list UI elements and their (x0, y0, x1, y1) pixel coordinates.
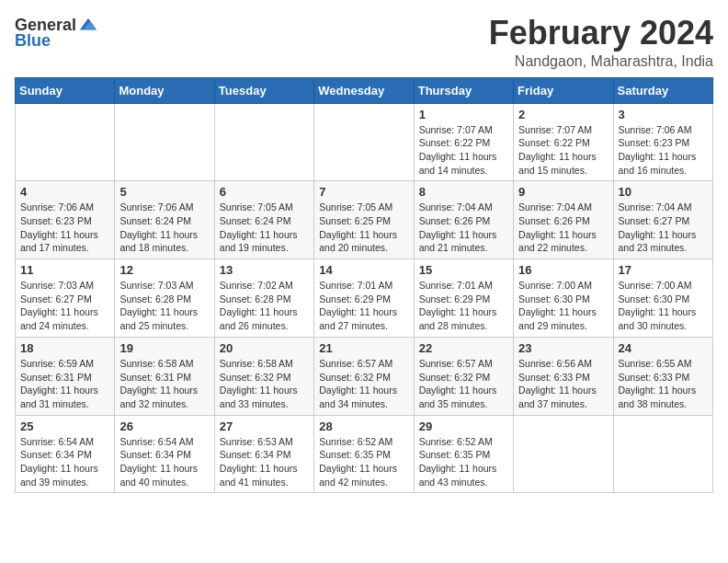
day-number: 27 (220, 419, 309, 433)
day-info: Sunrise: 7:02 AMSunset: 6:28 PMDaylight:… (220, 279, 309, 333)
calendar-cell: 26Sunrise: 6:54 AMSunset: 6:34 PMDayligh… (115, 415, 214, 493)
day-number: 16 (518, 263, 608, 277)
header: General Blue February 2024 Nandgaon, Mah… (15, 15, 713, 70)
calendar-cell: 20Sunrise: 6:58 AMSunset: 6:32 PMDayligh… (214, 337, 313, 415)
day-info: Sunrise: 7:04 AMSunset: 6:26 PMDaylight:… (518, 201, 608, 255)
calendar-cell: 13Sunrise: 7:02 AMSunset: 6:28 PMDayligh… (214, 259, 313, 338)
day-number: 7 (319, 185, 408, 199)
logo-blue: Blue (15, 31, 51, 51)
day-info: Sunrise: 7:05 AMSunset: 6:25 PMDaylight:… (319, 201, 408, 255)
day-info: Sunrise: 6:54 AMSunset: 6:34 PMDaylight:… (119, 435, 209, 489)
day-number: 8 (419, 185, 508, 199)
day-number: 6 (220, 185, 309, 199)
day-number: 12 (119, 263, 209, 277)
calendar-cell (314, 103, 414, 181)
day-info: Sunrise: 7:03 AMSunset: 6:27 PMDaylight:… (20, 279, 109, 333)
calendar-cell: 27Sunrise: 6:53 AMSunset: 6:34 PMDayligh… (214, 415, 313, 493)
day-number: 3 (619, 108, 708, 121)
calendar-cell: 24Sunrise: 6:55 AMSunset: 6:33 PMDayligh… (613, 337, 712, 415)
day-number: 5 (119, 185, 209, 199)
day-info: Sunrise: 6:52 AMSunset: 6:35 PMDaylight:… (319, 435, 408, 489)
week-row-0: 1Sunrise: 7:07 AMSunset: 6:22 PMDaylight… (16, 103, 713, 181)
logo: General Blue (15, 15, 98, 51)
calendar: SundayMondayTuesdayWednesdayThursdayFrid… (15, 77, 713, 494)
calendar-cell: 4Sunrise: 7:06 AMSunset: 6:23 PMDaylight… (16, 181, 115, 259)
day-info: Sunrise: 7:01 AMSunset: 6:29 PMDaylight:… (319, 279, 408, 333)
day-number: 25 (20, 419, 109, 433)
day-info: Sunrise: 6:55 AMSunset: 6:33 PMDaylight:… (619, 357, 708, 411)
calendar-cell: 19Sunrise: 6:58 AMSunset: 6:31 PMDayligh… (115, 337, 214, 415)
title-area: February 2024 Nandgaon, Maharashtra, Ind… (489, 15, 713, 70)
day-info: Sunrise: 7:06 AMSunset: 6:23 PMDaylight:… (20, 201, 109, 255)
calendar-cell: 18Sunrise: 6:59 AMSunset: 6:31 PMDayligh… (16, 337, 115, 415)
day-number: 17 (619, 263, 708, 277)
header-thursday: Thursday (414, 77, 513, 103)
month-year: February 2024 (489, 15, 713, 52)
day-number: 9 (518, 185, 608, 199)
calendar-cell: 29Sunrise: 6:52 AMSunset: 6:35 PMDayligh… (414, 415, 513, 493)
day-number: 24 (619, 341, 708, 355)
day-number: 15 (419, 263, 508, 277)
calendar-cell: 3Sunrise: 7:06 AMSunset: 6:23 PMDaylight… (613, 103, 712, 181)
day-number: 4 (20, 185, 109, 199)
day-info: Sunrise: 7:07 AMSunset: 6:22 PMDaylight:… (419, 123, 508, 178)
header-wednesday: Wednesday (314, 77, 414, 103)
day-info: Sunrise: 7:01 AMSunset: 6:29 PMDaylight:… (419, 279, 508, 333)
day-number: 1 (419, 108, 508, 121)
week-row-1: 4Sunrise: 7:06 AMSunset: 6:23 PMDaylight… (16, 181, 713, 259)
day-info: Sunrise: 7:07 AMSunset: 6:22 PMDaylight:… (518, 123, 608, 178)
day-info: Sunrise: 7:06 AMSunset: 6:23 PMDaylight:… (619, 123, 708, 178)
calendar-cell (613, 415, 712, 493)
day-number: 26 (119, 419, 209, 433)
day-number: 29 (419, 419, 508, 433)
calendar-cell: 21Sunrise: 6:57 AMSunset: 6:32 PMDayligh… (314, 337, 414, 415)
header-friday: Friday (514, 77, 613, 103)
day-info: Sunrise: 6:57 AMSunset: 6:32 PMDaylight:… (419, 357, 508, 411)
day-number: 2 (518, 108, 608, 121)
calendar-cell (514, 415, 613, 493)
calendar-cell: 11Sunrise: 7:03 AMSunset: 6:27 PMDayligh… (16, 259, 115, 338)
calendar-cell: 25Sunrise: 6:54 AMSunset: 6:34 PMDayligh… (16, 415, 115, 493)
day-info: Sunrise: 6:54 AMSunset: 6:34 PMDaylight:… (20, 435, 109, 489)
day-number: 14 (319, 263, 408, 277)
day-info: Sunrise: 6:59 AMSunset: 6:31 PMDaylight:… (20, 357, 109, 411)
calendar-cell: 23Sunrise: 6:56 AMSunset: 6:33 PMDayligh… (514, 337, 613, 415)
calendar-cell: 9Sunrise: 7:04 AMSunset: 6:26 PMDaylight… (514, 181, 613, 259)
calendar-cell: 5Sunrise: 7:06 AMSunset: 6:24 PMDaylight… (115, 181, 214, 259)
calendar-cell (214, 103, 313, 181)
header-saturday: Saturday (613, 77, 712, 103)
day-info: Sunrise: 7:00 AMSunset: 6:30 PMDaylight:… (518, 279, 608, 333)
calendar-cell: 1Sunrise: 7:07 AMSunset: 6:22 PMDaylight… (414, 103, 513, 181)
day-info: Sunrise: 7:04 AMSunset: 6:27 PMDaylight:… (619, 201, 708, 255)
calendar-cell: 8Sunrise: 7:04 AMSunset: 6:26 PMDaylight… (414, 181, 513, 259)
calendar-cell: 7Sunrise: 7:05 AMSunset: 6:25 PMDaylight… (314, 181, 414, 259)
day-number: 10 (619, 185, 708, 199)
calendar-cell: 6Sunrise: 7:05 AMSunset: 6:24 PMDaylight… (214, 181, 313, 259)
calendar-cell: 14Sunrise: 7:01 AMSunset: 6:29 PMDayligh… (314, 259, 414, 338)
calendar-cell: 2Sunrise: 7:07 AMSunset: 6:22 PMDaylight… (514, 103, 613, 181)
day-info: Sunrise: 7:03 AMSunset: 6:28 PMDaylight:… (119, 279, 209, 333)
day-number: 22 (419, 341, 508, 355)
day-info: Sunrise: 7:05 AMSunset: 6:24 PMDaylight:… (220, 201, 309, 255)
calendar-header-row: SundayMondayTuesdayWednesdayThursdayFrid… (16, 77, 713, 103)
day-number: 21 (319, 341, 408, 355)
calendar-cell: 17Sunrise: 7:00 AMSunset: 6:30 PMDayligh… (613, 259, 712, 338)
day-number: 28 (319, 419, 408, 433)
day-number: 13 (220, 263, 309, 277)
day-info: Sunrise: 6:58 AMSunset: 6:32 PMDaylight:… (220, 357, 309, 411)
week-row-4: 25Sunrise: 6:54 AMSunset: 6:34 PMDayligh… (16, 415, 713, 493)
header-monday: Monday (115, 77, 214, 103)
day-number: 19 (119, 341, 209, 355)
header-sunday: Sunday (16, 77, 115, 103)
day-number: 20 (220, 341, 309, 355)
calendar-cell: 16Sunrise: 7:00 AMSunset: 6:30 PMDayligh… (514, 259, 613, 338)
day-info: Sunrise: 6:57 AMSunset: 6:32 PMDaylight:… (319, 357, 408, 411)
calendar-cell (16, 103, 115, 181)
location: Nandgaon, Maharashtra, India (489, 53, 713, 70)
calendar-cell: 22Sunrise: 6:57 AMSunset: 6:32 PMDayligh… (414, 337, 513, 415)
logo-icon (78, 15, 98, 35)
week-row-2: 11Sunrise: 7:03 AMSunset: 6:27 PMDayligh… (16, 259, 713, 338)
day-info: Sunrise: 6:52 AMSunset: 6:35 PMDaylight:… (419, 435, 508, 489)
calendar-cell (115, 103, 214, 181)
calendar-cell: 28Sunrise: 6:52 AMSunset: 6:35 PMDayligh… (314, 415, 414, 493)
